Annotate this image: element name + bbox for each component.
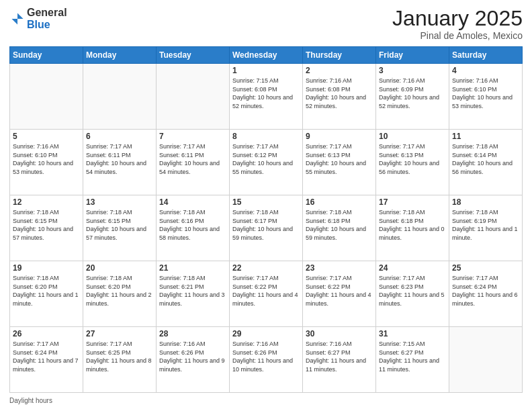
day-number: 2 [306,66,373,75]
calendar-cell: 24Sunrise: 7:17 AMSunset: 6:23 PMDayligh… [376,261,449,327]
calendar-cell: 15Sunrise: 7:18 AMSunset: 6:17 PMDayligh… [230,195,303,261]
day-info: Sunrise: 7:17 AMSunset: 6:13 PMDaylight:… [306,142,373,176]
day-number: 9 [306,132,373,141]
month-title: January 2025 [392,7,523,30]
day-number: 5 [13,132,80,141]
day-info: Sunrise: 7:17 AMSunset: 6:11 PMDaylight:… [86,142,153,176]
day-info: Sunrise: 7:18 AMSunset: 6:18 PMDaylight:… [306,208,373,242]
day-info: Sunrise: 7:18 AMSunset: 6:20 PMDaylight:… [86,274,153,308]
calendar-cell: 20Sunrise: 7:18 AMSunset: 6:20 PMDayligh… [83,261,157,327]
calendar-cell: 21Sunrise: 7:18 AMSunset: 6:21 PMDayligh… [157,261,230,327]
day-number: 13 [86,197,153,207]
logo: General Blue [9,7,67,30]
calendar-cell: 11Sunrise: 7:18 AMSunset: 6:14 PMDayligh… [449,130,523,195]
day-info: Sunrise: 7:16 AMSunset: 6:09 PMDaylight:… [379,77,446,110]
day-number: 14 [159,197,226,207]
calendar-weekday-header: Thursday [303,47,376,64]
day-info: Sunrise: 7:16 AMSunset: 6:10 PMDaylight:… [13,142,80,176]
calendar-cell: 26Sunrise: 7:17 AMSunset: 6:24 PMDayligh… [10,327,83,393]
day-info: Sunrise: 7:17 AMSunset: 6:22 PMDaylight:… [306,274,373,308]
day-info: Sunrise: 7:17 AMSunset: 6:24 PMDaylight:… [13,340,80,373]
day-info: Sunrise: 7:15 AMSunset: 6:08 PMDaylight:… [232,77,300,110]
calendar-cell: 17Sunrise: 7:18 AMSunset: 6:18 PMDayligh… [376,195,449,261]
calendar-week-row: 5Sunrise: 7:16 AMSunset: 6:10 PMDaylight… [10,130,523,195]
calendar-cell [83,64,157,130]
day-info: Sunrise: 7:16 AMSunset: 6:27 PMDaylight:… [306,340,373,373]
calendar-cell: 3Sunrise: 7:16 AMSunset: 6:09 PMDaylight… [376,64,449,130]
calendar-cell: 9Sunrise: 7:17 AMSunset: 6:13 PMDaylight… [303,130,376,195]
day-number: 20 [86,263,153,273]
day-info: Sunrise: 7:18 AMSunset: 6:20 PMDaylight:… [13,274,80,308]
calendar-cell: 23Sunrise: 7:17 AMSunset: 6:22 PMDayligh… [303,261,376,327]
day-info: Sunrise: 7:17 AMSunset: 6:25 PMDaylight:… [86,340,153,373]
day-info: Sunrise: 7:17 AMSunset: 6:13 PMDaylight:… [379,142,446,176]
calendar-cell: 2Sunrise: 7:16 AMSunset: 6:08 PMDaylight… [303,64,376,130]
day-number: 11 [452,132,519,141]
logo-blue-text: Blue [27,19,50,30]
calendar-table: SundayMondayTuesdayWednesdayThursdayFrid… [9,46,523,393]
footer: Daylight hours [9,397,523,404]
day-info: Sunrise: 7:18 AMSunset: 6:16 PMDaylight:… [159,208,226,242]
day-number: 25 [452,263,519,273]
calendar-cell [449,327,523,393]
calendar-cell: 14Sunrise: 7:18 AMSunset: 6:16 PMDayligh… [157,195,230,261]
calendar-cell: 29Sunrise: 7:16 AMSunset: 6:26 PMDayligh… [230,327,303,393]
day-number: 8 [232,132,300,141]
day-number: 31 [379,329,446,338]
day-number: 30 [306,329,373,338]
day-number: 15 [232,197,300,207]
logo-general-text: General [27,7,67,18]
day-number: 1 [232,66,300,75]
day-number: 26 [13,329,80,338]
calendar-weekday-header: Sunday [10,47,83,64]
day-info: Sunrise: 7:17 AMSunset: 6:22 PMDaylight:… [232,274,300,308]
day-number: 19 [13,263,80,273]
day-info: Sunrise: 7:18 AMSunset: 6:21 PMDaylight:… [159,274,226,308]
calendar-cell: 12Sunrise: 7:18 AMSunset: 6:15 PMDayligh… [10,195,83,261]
calendar-cell: 6Sunrise: 7:17 AMSunset: 6:11 PMDaylight… [83,130,157,195]
calendar-cell: 28Sunrise: 7:16 AMSunset: 6:26 PMDayligh… [157,327,230,393]
day-info: Sunrise: 7:17 AMSunset: 6:12 PMDaylight:… [232,142,300,176]
day-number: 12 [13,197,80,207]
day-info: Sunrise: 7:17 AMSunset: 6:23 PMDaylight:… [379,274,446,308]
day-info: Sunrise: 7:17 AMSunset: 6:24 PMDaylight:… [452,274,519,308]
day-number: 24 [379,263,446,273]
day-info: Sunrise: 7:18 AMSunset: 6:18 PMDaylight:… [379,208,446,242]
calendar-cell: 19Sunrise: 7:18 AMSunset: 6:20 PMDayligh… [10,261,83,327]
day-number: 27 [86,329,153,338]
day-info: Sunrise: 7:18 AMSunset: 6:14 PMDaylight:… [452,142,519,176]
day-number: 4 [452,66,519,75]
day-info: Sunrise: 7:18 AMSunset: 6:15 PMDaylight:… [86,208,153,242]
calendar-cell [157,64,230,130]
page: General Blue January 2025 Pinal de Amole… [0,0,532,411]
calendar-weekday-header: Wednesday [230,47,303,64]
day-info: Sunrise: 7:15 AMSunset: 6:27 PMDaylight:… [379,340,446,373]
calendar-cell: 27Sunrise: 7:17 AMSunset: 6:25 PMDayligh… [83,327,157,393]
day-number: 17 [379,197,446,207]
svg-marker-1 [11,19,17,25]
day-info: Sunrise: 7:17 AMSunset: 6:11 PMDaylight:… [159,142,226,176]
calendar-cell: 7Sunrise: 7:17 AMSunset: 6:11 PMDaylight… [157,130,230,195]
header: General Blue January 2025 Pinal de Amole… [9,7,523,41]
calendar-week-row: 12Sunrise: 7:18 AMSunset: 6:15 PMDayligh… [10,195,523,261]
calendar-cell: 25Sunrise: 7:17 AMSunset: 6:24 PMDayligh… [449,261,523,327]
calendar-week-row: 19Sunrise: 7:18 AMSunset: 6:20 PMDayligh… [10,261,523,327]
calendar-week-row: 26Sunrise: 7:17 AMSunset: 6:24 PMDayligh… [10,327,523,393]
day-number: 18 [452,197,519,207]
calendar-weekday-header: Monday [83,47,157,64]
calendar-weekday-header: Tuesday [157,47,230,64]
title-block: January 2025 Pinal de Amoles, Mexico [392,7,523,41]
day-number: 21 [159,263,226,273]
calendar-cell: 18Sunrise: 7:18 AMSunset: 6:19 PMDayligh… [449,195,523,261]
day-number: 29 [232,329,300,338]
svg-marker-0 [17,13,24,19]
calendar-weekday-header: Friday [376,47,449,64]
day-number: 16 [306,197,373,207]
calendar-cell: 10Sunrise: 7:17 AMSunset: 6:13 PMDayligh… [376,130,449,195]
calendar-cell: 30Sunrise: 7:16 AMSunset: 6:27 PMDayligh… [303,327,376,393]
logo-icon [9,11,26,27]
location: Pinal de Amoles, Mexico [392,30,523,41]
day-info: Sunrise: 7:16 AMSunset: 6:26 PMDaylight:… [232,340,300,373]
calendar-cell: 8Sunrise: 7:17 AMSunset: 6:12 PMDaylight… [230,130,303,195]
day-info: Sunrise: 7:18 AMSunset: 6:17 PMDaylight:… [232,208,300,242]
